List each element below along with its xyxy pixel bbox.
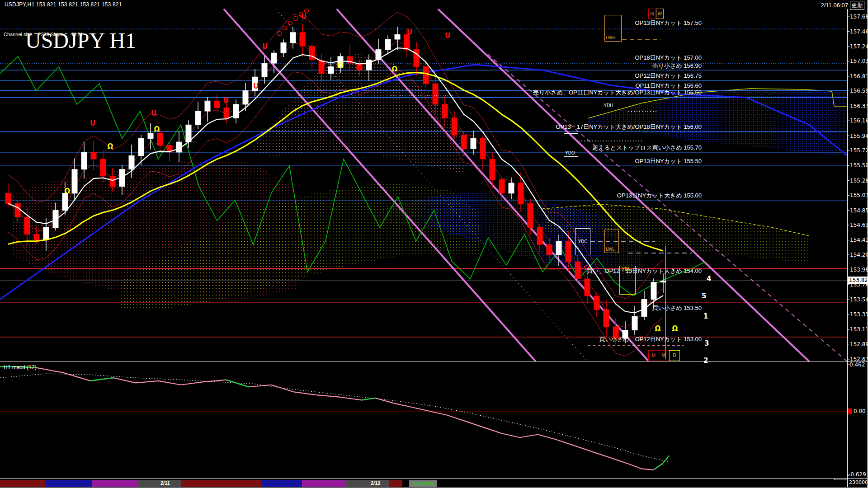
op-annotation: OP13日NYカット 157.50 — [635, 19, 702, 27]
svg-text:Ω: Ω — [655, 324, 661, 333]
price-tick-label: 153.980 — [850, 267, 868, 273]
time-corner-label: 230000 — [849, 479, 868, 485]
wave-number: 5 — [702, 292, 706, 300]
macd-axis-bottom: -0.629 — [849, 471, 866, 478]
op-annotation: OP18日NYカット 157.00 — [635, 54, 702, 62]
session-segment — [92, 480, 138, 487]
price-tick-label: 153.110 — [850, 326, 868, 333]
panel-separator-1[interactable] — [0, 361, 868, 361]
svg-text:U: U — [151, 109, 156, 117]
updated-time: 2/11 06:07 — [821, 2, 848, 9]
current-price-badge: 153.821 — [848, 277, 868, 284]
svg-text:Ω: Ω — [154, 125, 160, 133]
svg-text:U: U — [262, 42, 268, 51]
refresh-button[interactable]: 更新 — [850, 1, 864, 10]
svg-text:Ω: Ω — [65, 187, 71, 195]
svg-text:U: U — [90, 119, 95, 127]
svg-text:Ω: Ω — [392, 65, 398, 73]
session-segment — [389, 480, 402, 487]
pivot-box-m: M — [648, 9, 656, 19]
price-tick-label: 154.850 — [850, 207, 868, 214]
pivot-box-lwl: LWL — [604, 230, 619, 253]
svg-text:Ω: Ω — [338, 61, 344, 70]
pivot-box-lwh: LWH — [604, 15, 622, 42]
session-segment — [138, 480, 181, 487]
price-tick-label: 154.200 — [850, 252, 868, 258]
pivot-box-w: W — [656, 9, 664, 19]
pivot-box-ydc: YDC — [575, 228, 590, 255]
ichimoku-clouds — [11, 53, 847, 308]
trading-chart-window: UUUUUUUUΩΩΩΩΩΩΩ USDJPY,H1 153.821 153.82… — [0, 0, 868, 488]
date-label: 2/11 — [160, 480, 170, 486]
macd-zero-marker — [848, 408, 852, 414]
price-tick-label: 154.415 — [850, 237, 868, 243]
svg-text:U: U — [407, 28, 412, 36]
session-segment — [45, 480, 92, 487]
price-tick-label: 154.635 — [850, 222, 868, 228]
window-border-right — [867, 0, 868, 488]
indicator-label: H1 macd (12) — [4, 364, 37, 371]
price-tick-label: 157.680 — [850, 14, 868, 20]
op-annotation: 買い小さめ 153.50 — [652, 304, 702, 312]
price-tick-label: 153.330 — [850, 311, 868, 318]
symbol-info: USDJPY,H1 153.821 153.821 153.821 153.82… — [5, 1, 122, 8]
op-annotation: OP12日NYカット 156.75 — [635, 72, 702, 80]
svg-text:U: U — [253, 82, 259, 90]
session-segment — [181, 480, 261, 487]
price-tick-label: 156.160 — [850, 117, 868, 124]
price-tick-label: 155.285 — [850, 178, 868, 184]
op-annotation: OP13・17日NYカット大きめ/OP18日NYカット 156.00 — [556, 123, 702, 131]
wave-number: 3 — [704, 339, 709, 347]
svg-text:Ω: Ω — [108, 142, 113, 150]
main-chart-canvas[interactable]: UUUUUUUUΩΩΩΩΩΩΩ — [0, 0, 868, 488]
svg-text:U: U — [301, 13, 307, 21]
session-segment — [346, 480, 389, 487]
op-annotation: 買い、OP12・13日NYカット大きめ 154.00 — [587, 267, 702, 275]
session-segment — [0, 480, 45, 487]
macd-axis-zero: 0.00 — [854, 408, 866, 414]
svg-text:U: U — [445, 32, 450, 40]
price-tick-label: 156.375 — [850, 103, 868, 109]
svg-text:U: U — [223, 97, 229, 105]
date-label: 2/12 — [371, 480, 380, 486]
price-tick-label: 157.030 — [850, 58, 868, 64]
op-annotation: 売り小さめ、OP11日NYカット大きめ/OP13日NYカット 156.50 — [533, 89, 702, 97]
price-tick-label: 155.940 — [850, 133, 868, 139]
pivot-box-w: W — [659, 350, 670, 361]
price-tick-label: 156.595 — [850, 88, 868, 94]
price-tick-label: 157.465 — [850, 28, 868, 35]
pivot-box-ydl: YDL — [619, 266, 636, 295]
axis-border — [847, 9, 848, 479]
price-tick-label: 155.505 — [850, 162, 868, 169]
regression-channel — [224, 9, 847, 361]
wave-number: 1 — [703, 312, 708, 320]
macd-on-button[interactable]: macd ON — [409, 480, 437, 487]
channel-info-label: Channel size = 2209 Slope = -48.21 — [4, 32, 83, 37]
price-tick-label: 155.070 — [850, 192, 868, 198]
session-segment — [302, 480, 346, 487]
macd-panel — [0, 366, 847, 469]
price-tick-label: 153.545 — [850, 296, 868, 303]
svg-text:Ω: Ω — [672, 324, 678, 333]
op-annotation: OP13日NYカット 155.50 — [635, 157, 702, 165]
op-annotation: OP13日NYカット大きめ 155.00 — [617, 192, 702, 200]
price-tick-label: 155.725 — [850, 147, 868, 154]
session-segment — [261, 480, 302, 487]
op-annotation: 買い小さめ、OP12日NYカット 153.00 — [599, 335, 702, 343]
price-tick-label: 152.895 — [850, 341, 868, 347]
updated-status: 2/11 06:07更新 — [821, 1, 864, 10]
panel-separator-2[interactable] — [0, 364, 868, 364]
op-annotation: 売り小さめ 156.90 — [652, 62, 702, 70]
price-tick-label: 156.810 — [850, 73, 868, 80]
timebar-separator — [0, 478, 868, 479]
macd-axis-top: 0.462 — [849, 361, 865, 368]
pivot-box-d: D — [669, 350, 680, 361]
pivot-box-ydo: YDO — [564, 133, 578, 157]
price-tick-label: 157.245 — [850, 43, 868, 50]
wave-number: 4 — [707, 275, 711, 283]
op-annotation: 超えるとストップロス買い小さめ 155.70 — [592, 144, 702, 152]
pivot-box-m: M — [648, 350, 659, 361]
